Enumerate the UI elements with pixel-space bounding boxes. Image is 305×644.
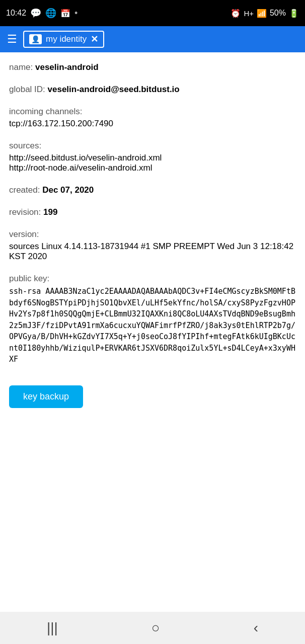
tab-label: my identity	[46, 34, 87, 44]
sources-value-2: http://root-node.ai/veselin-android.xml	[9, 163, 296, 173]
bottom-nav: ||| ○ ‹	[0, 612, 305, 644]
signal-icon: 📶	[257, 9, 267, 18]
hamburger-icon[interactable]: ☰	[4, 31, 20, 48]
battery-label: 50%	[270, 9, 286, 18]
revision-value: 199	[43, 207, 57, 217]
global-id-field: global ID: veselin-android@seed.bitdust.…	[9, 85, 296, 95]
nav-menu-button[interactable]: |||	[37, 616, 68, 640]
incoming-channels-value: tcp://163.172.150.200:7490	[9, 119, 296, 129]
created-value: Dec 07, 2020	[42, 185, 94, 195]
tab-close-button[interactable]: ✕	[91, 34, 98, 45]
status-time: 10:42	[6, 9, 26, 18]
tab-bar: ☰ 👤 my identity ✕	[0, 26, 305, 52]
created-field: created: Dec 07, 2020	[9, 185, 296, 195]
sources-label: sources:	[9, 141, 296, 151]
sources-field: sources: http://seed.bitdust.io/veselin-…	[9, 141, 296, 173]
version-value: sources Linux 4.14.113-18731944 #1 SMP P…	[9, 242, 296, 262]
status-bar-right: ⏰ H+ 📶 50% 🔋	[231, 9, 299, 18]
tab-my-identity[interactable]: 👤 my identity ✕	[23, 31, 104, 48]
identity-icon: 👤	[29, 34, 42, 44]
nav-home-button[interactable]: ○	[141, 616, 170, 640]
alarm-icon: ⏰	[231, 9, 241, 18]
global-id-value: veselin-android@seed.bitdust.io	[48, 85, 180, 94]
battery-icon: 🔋	[289, 9, 299, 18]
key-backup-button[interactable]: key backup	[9, 385, 83, 408]
incoming-channels-field: incoming channels: tcp://163.172.150.200…	[9, 107, 296, 129]
network-icon: H+	[244, 9, 254, 18]
public-key-field: public key: ssh-rsa AAAAB3NzaC1yc2EAAAAD…	[9, 274, 296, 365]
version-field: version: sources Linux 4.14.113-18731944…	[9, 229, 296, 262]
main-content: name: veselin-android global ID: veselin…	[0, 52, 305, 430]
status-bar: 10:42 💬 🌐 📅 • ⏰ H+ 📶 50% 🔋	[0, 0, 305, 26]
revision-label: revision:	[9, 207, 43, 217]
whatsapp-icon: 💬	[30, 8, 41, 19]
name-field: name: veselin-android	[9, 62, 296, 72]
global-id-label: global ID:	[9, 85, 48, 94]
revision-field: revision: 199	[9, 207, 296, 217]
globe-icon: 🌐	[45, 8, 56, 19]
name-label: name:	[9, 62, 35, 72]
name-value: veselin-android	[35, 62, 99, 72]
public-key-value: ssh-rsa AAAAB3NzaC1yc2EAAAADAQABAAAbAQDC…	[9, 286, 296, 365]
version-label: version:	[9, 229, 296, 239]
created-label: created:	[9, 185, 42, 195]
dot-icon: •	[74, 8, 78, 19]
calendar-icon: 📅	[60, 9, 70, 18]
nav-back-button[interactable]: ‹	[244, 616, 268, 640]
sources-value-1: http://seed.bitdust.io/veselin-android.x…	[9, 153, 296, 163]
public-key-label: public key:	[9, 274, 296, 284]
incoming-channels-label: incoming channels:	[9, 107, 296, 117]
status-bar-left: 10:42 💬 🌐 📅 •	[6, 8, 78, 19]
